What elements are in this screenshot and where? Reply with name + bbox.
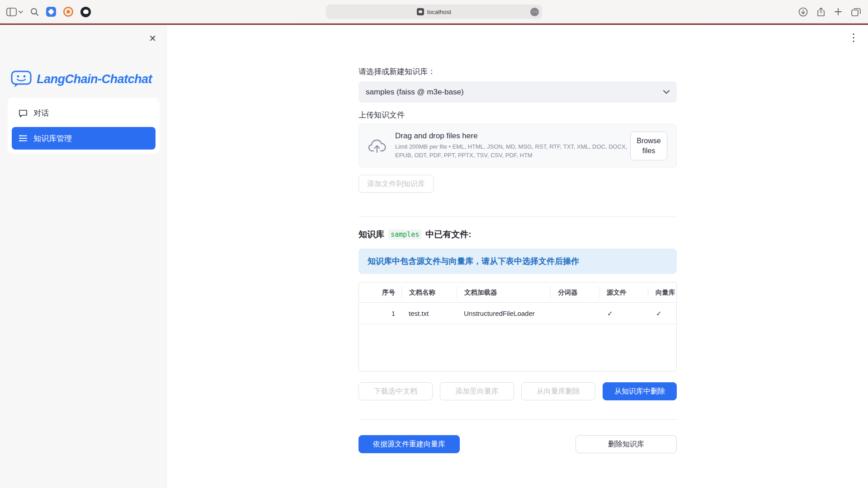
dropzone-limits: Limit 200MB per file • EML, HTML, JSON, … [395, 143, 630, 160]
downloads-icon[interactable] [798, 7, 808, 17]
kb-select-value: samples (faiss @ m3e-base) [366, 88, 464, 97]
col-header-index: 序号 [359, 286, 401, 298]
kb-select-label: 请选择或新建知识库： [359, 66, 677, 77]
sidebar-toggle-icon[interactable] [6, 8, 23, 16]
kb-name-code: samples [388, 230, 421, 239]
divider [359, 216, 677, 217]
cell-loader: UnstructuredFileLoader [457, 310, 550, 317]
table-row[interactable]: 1 test.txt UnstructuredFileLoader ✓ ✓ [359, 303, 676, 324]
tab-overview-icon[interactable] [851, 8, 861, 16]
url-text: localhost [427, 9, 451, 15]
add-files-to-kb-button[interactable]: 添加文件到知识库 [359, 175, 434, 193]
sidebar: ✕ LangChain-Chatchat 对话 [0, 25, 167, 488]
browser-toolbar: localhost ⋯ [0, 0, 868, 23]
delete-kb-button[interactable]: 删除知识库 [576, 435, 677, 453]
logo-text: LangChain-Chatchat [37, 72, 152, 86]
files-table-header: 序号 文档名称 文档加载器 分词器 源文件 向量库 [359, 282, 676, 303]
col-header-name: 文档名称 [401, 286, 457, 298]
sidebar-item-label: 对话 [33, 108, 49, 118]
chat-bubble-icon [19, 109, 28, 117]
new-tab-icon[interactable] [834, 8, 842, 16]
browse-files-button[interactable]: Browse files [630, 131, 667, 160]
extension-app-orange-icon[interactable] [63, 7, 73, 17]
share-icon[interactable] [817, 7, 825, 17]
cloud-upload-icon [368, 139, 387, 153]
search-icon[interactable] [30, 8, 39, 16]
kb-heading-suffix: 中已有文件: [425, 229, 471, 240]
screen: localhost ⋯ ⋮ ✕ [0, 0, 868, 488]
address-bar[interactable]: localhost ⋯ [326, 5, 542, 19]
chevron-down-icon [19, 10, 23, 14]
remove-from-vector-button[interactable]: 从向量库删除 [521, 382, 595, 400]
dropzone-title: Drag and drop files here [395, 131, 630, 141]
app-logo: LangChain-Chatchat [11, 70, 160, 88]
sidebar-item-label: 知识库管理 [33, 133, 72, 144]
files-table: 序号 文档名称 文档加载器 分词器 源文件 向量库 1 test.txt Uns… [359, 282, 677, 371]
kb-footer-actions: 依据源文件重建向量库 删除知识库 [359, 435, 677, 453]
sidebar-item-dialogue[interactable]: 对话 [12, 102, 156, 124]
site-favicon [417, 8, 424, 15]
rebuild-vector-store-button[interactable]: 依据源文件重建向量库 [359, 435, 460, 453]
delete-from-kb-button[interactable]: 从知识库中删除 [603, 382, 677, 400]
app-page: ⋮ ✕ LangChain-Chatchat 对话 [0, 25, 868, 488]
logo-chat-icon [11, 70, 32, 88]
sidebar-nav: 对话 知识库管理 [8, 98, 160, 154]
kb-heading-prefix: 知识库 [359, 229, 384, 240]
page-settings-icon[interactable]: ⋯ [530, 8, 539, 16]
col-header-vector: 向量库 [648, 286, 676, 298]
cell-name: test.txt [401, 310, 457, 317]
cell-vector-check: ✓ [648, 310, 676, 318]
github-extension-icon[interactable] [80, 7, 91, 17]
col-header-splitter: 分词器 [550, 286, 599, 298]
extension-app-blue-icon[interactable] [46, 7, 56, 17]
upload-label: 上传知识文件 [359, 110, 677, 120]
col-header-loader: 文档加载器 [457, 286, 550, 298]
main-content: 请选择或新建知识库： samples (faiss @ m3e-base) 上传… [167, 25, 868, 488]
chevron-down-icon [663, 90, 670, 94]
file-dropzone[interactable]: Drag and drop files here Limit 200MB per… [359, 124, 677, 168]
cell-index: 1 [359, 310, 401, 317]
col-header-source: 源文件 [599, 286, 648, 298]
divider [359, 419, 677, 420]
knowledge-base-icon [19, 134, 28, 142]
download-selected-button[interactable]: 下载选中文档 [359, 382, 433, 400]
info-banner: 知识库中包含源文件与向量库，请从下表中选择文件后操作 [359, 249, 677, 274]
sidebar-close-icon[interactable]: ✕ [147, 31, 158, 46]
kb-select[interactable]: samples (faiss @ m3e-base) [359, 81, 677, 103]
sidebar-item-kb-management[interactable]: 知识库管理 [12, 127, 156, 150]
file-actions: 下载选中文档 添加至向量库 从向量库删除 从知识库中删除 [359, 382, 677, 400]
cell-source-check: ✓ [599, 310, 648, 318]
kb-files-heading: 知识库 samples 中已有文件: [359, 229, 677, 240]
add-to-vector-button[interactable]: 添加至向量库 [440, 382, 514, 400]
